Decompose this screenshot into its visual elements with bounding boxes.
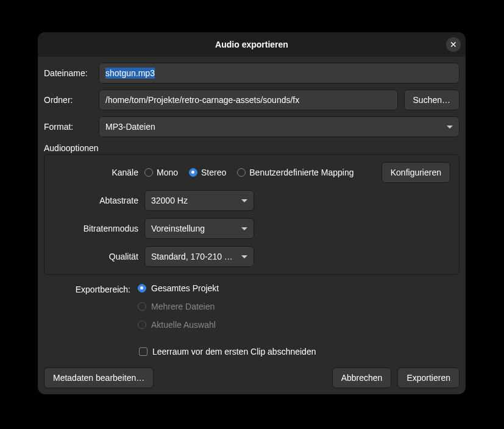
radio-custom-mapping[interactable]: Benutzerdefinierte Mapping (237, 168, 353, 177)
radio-icon (138, 321, 146, 329)
audio-options-group: Kanäle Mono Stereo Benutzerdefinierte Ma… (44, 154, 460, 275)
checkbox-icon (139, 347, 147, 356)
quality-label: Qualität (53, 252, 138, 261)
trim-label: Leerraum vor dem ersten Clip abschneiden (152, 347, 316, 356)
edit-metadata-button[interactable]: Metadaten bearbeiten… (44, 367, 154, 388)
cancel-button[interactable]: Abbrechen (332, 367, 392, 388)
dialog-footer: Metadaten bearbeiten… Abbrechen Exportie… (44, 367, 460, 388)
radio-icon (138, 284, 146, 292)
bitrate-mode-label: Bitratenmodus (53, 224, 138, 233)
radio-current-selection[interactable]: Aktuelle Auswahl (138, 320, 460, 330)
channels-label: Kanäle (53, 168, 138, 177)
radio-icon (144, 168, 153, 177)
audio-options-label: Audiooptionen (44, 143, 460, 153)
chevron-down-icon (241, 199, 247, 202)
channels-row: Kanäle Mono Stereo Benutzerdefinierte Ma… (53, 162, 450, 183)
filename-input[interactable]: shotgun.mp3 (99, 63, 460, 83)
export-range-options: Gesamtes Projekt Mehrere Dateien Aktuell… (138, 283, 460, 338)
folder-label: Ordner: (44, 95, 93, 105)
sample-rate-select[interactable]: 32000 Hz (144, 190, 254, 211)
radio-mono[interactable]: Mono (144, 168, 178, 177)
radio-multiple-files[interactable]: Mehrere Dateien (138, 302, 460, 311)
export-range-label: Exportbereich: (44, 283, 138, 338)
filename-row: Dateiname: shotgun.mp3 (44, 63, 460, 83)
dialog-title: Audio exportieren (215, 40, 288, 49)
filename-label: Dateiname: (44, 68, 93, 78)
radio-icon (138, 302, 146, 311)
quality-select[interactable]: Standard, 170-210 … (144, 246, 254, 267)
radio-full-project[interactable]: Gesamtes Projekt (138, 283, 460, 293)
bitrate-mode-row: Bitratenmodus Voreinstellung (53, 218, 450, 239)
folder-row: Ordner: /home/tom/Projekte/retro-carnage… (44, 90, 460, 110)
chevron-down-icon (447, 126, 453, 129)
radio-icon (237, 168, 246, 177)
radio-icon (189, 168, 197, 177)
export-dialog: Audio exportieren ✕ Dateiname: shotgun.m… (38, 32, 466, 394)
bitrate-mode-select[interactable]: Voreinstellung (144, 218, 254, 239)
configure-button[interactable]: Konfigurieren (382, 162, 450, 183)
folder-input[interactable]: /home/tom/Projekte/retro-carnage-assets/… (99, 90, 398, 110)
export-button[interactable]: Exportieren (397, 367, 460, 388)
quality-row: Qualität Standard, 170-210 … (53, 246, 450, 267)
chevron-down-icon (241, 255, 247, 258)
sample-rate-row: Abtastrate 32000 Hz (53, 190, 450, 211)
titlebar: Audio exportieren ✕ (38, 32, 466, 57)
dialog-body: Dateiname: shotgun.mp3 Ordner: /home/tom… (38, 57, 466, 394)
format-select[interactable]: MP3-Dateien (99, 116, 460, 137)
chevron-down-icon (241, 227, 247, 230)
browse-button[interactable]: Suchen… (404, 90, 460, 110)
format-row: Format: MP3-Dateien (44, 116, 460, 137)
export-range-section: Exportbereich: Gesamtes Projekt Mehrere … (44, 283, 460, 338)
footer-right: Abbrechen Exportieren (332, 367, 460, 388)
channels-radio-group: Mono Stereo Benutzerdefinierte Mapping (144, 168, 375, 177)
format-label: Format: (44, 122, 93, 132)
radio-stereo[interactable]: Stereo (189, 168, 226, 177)
close-icon: ✕ (450, 40, 457, 49)
close-button[interactable]: ✕ (446, 37, 461, 52)
trim-checkbox-row[interactable]: Leerraum vor dem ersten Clip abschneiden (139, 347, 460, 356)
sample-rate-label: Abtastrate (53, 196, 138, 205)
